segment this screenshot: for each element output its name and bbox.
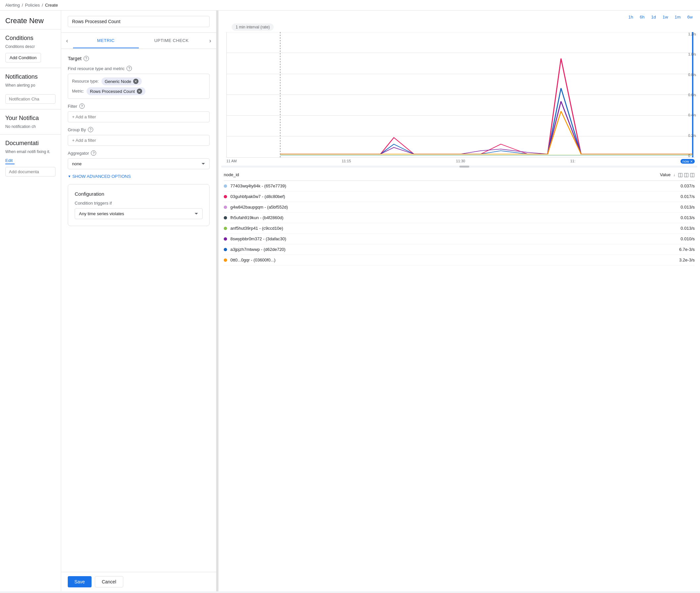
tab-uptime-check[interactable]: UPTIME CHECK — [139, 33, 205, 48]
table-row: 8swypbbr0m372 - (3dafac30) 0.010/s — [224, 234, 695, 244]
resource-metric-box: Resource type: Generic Node ✕ Metric: Ro… — [68, 74, 210, 99]
aggregator-help-icon[interactable]: ? — [91, 150, 96, 156]
resource-type-chip-close[interactable]: ✕ — [133, 79, 138, 84]
cancel-button[interactable]: Cancel — [95, 576, 123, 587]
y-label-6: 0 — [688, 154, 696, 158]
legend-row-value: 3.2e-3/s — [679, 258, 695, 263]
legend-node-id: a3jpjzh7mtwwp - (d62de720) — [230, 247, 286, 252]
time-btn-6w[interactable]: 6w — [685, 14, 695, 20]
your-notifications-section: Your Notifica No notification ch — [0, 109, 61, 134]
legend-node-id: 0tt0...0gqr - (03600f0...) — [230, 258, 276, 263]
breadcrumb-policies[interactable]: Policies — [25, 3, 40, 8]
chart-container — [227, 32, 695, 158]
your-notifications-desc: No notification ch — [5, 124, 55, 129]
legend-row-value: 0.017/s — [681, 194, 695, 199]
left-panel: Create New Conditions Conditions descr A… — [0, 10, 61, 591]
configuration-section: Configuration Condition triggers if Any … — [68, 184, 210, 226]
chart-scrollbar-thumb — [459, 166, 469, 168]
breadcrumb-alerting[interactable]: Alerting — [5, 3, 20, 8]
x-label-11: 11: — [570, 159, 575, 164]
metric-chip: Rows Processed Count ✕ — [87, 87, 146, 95]
legend-row-value: 0.013/s — [681, 205, 695, 209]
time-btn-1d[interactable]: 1d — [649, 14, 658, 20]
metric-row: Metric: Rows Processed Count ✕ — [72, 87, 205, 95]
legend-row-left: 8swypbbr0m372 - (3dafac30) — [224, 236, 286, 241]
find-resource-help-icon[interactable]: ? — [127, 66, 132, 71]
filter-label: Filter ? — [68, 104, 210, 109]
legend-node-id: fh5ufah919kun - (b4f2860d) — [230, 215, 283, 220]
target-help-icon[interactable]: ? — [84, 56, 89, 61]
time-btn-1w[interactable]: 1w — [661, 14, 670, 20]
resource-type-label: Resource type: — [72, 79, 99, 84]
time-btn-6h[interactable]: 6h — [638, 14, 647, 20]
now-close-icon[interactable]: ✕ — [690, 160, 693, 163]
save-button[interactable]: Save — [68, 576, 91, 587]
documentation-edit-link[interactable]: Edit — [5, 158, 55, 163]
metric-label: Metric: — [72, 89, 84, 93]
chart-toolbar: 1h 6h 1d 1w 1m 6w — [218, 10, 700, 24]
documentation-desc: When email notifi fixing it. — [5, 149, 55, 154]
aggregator-label: Aggregator ? — [68, 150, 210, 156]
legend-column-node-id: node_id — [224, 172, 239, 177]
resource-type-chip: Generic Node ✕ — [101, 77, 142, 85]
notifications-desc: When alerting po — [5, 83, 55, 88]
conditions-desc: Conditions descr — [5, 44, 55, 49]
legend-view-icon-1[interactable]: ◫ — [678, 171, 683, 178]
table-row: 03guhbfpak0w7 - (d8c80bef) 0.017/s — [224, 191, 695, 202]
modal-actions: Save Cancel — [61, 572, 216, 591]
legend-header-right: Value ↓ ◫ ◫ ◫ — [660, 171, 695, 178]
show-advanced-button[interactable]: ▼ SHOW ADVANCED OPTIONS — [68, 174, 210, 179]
legend-color-dot — [224, 195, 227, 198]
legend-row-value: 0.013/s — [681, 215, 695, 220]
group-by-label: Group By ? — [68, 127, 210, 132]
conditions-title: Conditions — [5, 35, 55, 42]
legend-row-left: 03guhbfpak0w7 - (d8c80bef) — [224, 194, 285, 199]
legend-color-dot — [224, 248, 227, 251]
conditions-section: Conditions Conditions descr Add Conditio… — [0, 29, 61, 68]
filter-help-icon[interactable]: ? — [79, 104, 85, 109]
table-row: g4w842baupgqm - (a5bf552d) 0.013/s — [224, 202, 695, 212]
add-documentation-input[interactable] — [5, 167, 55, 176]
target-section: Target ? Find resource type and metric ?… — [68, 55, 210, 179]
legend-node-id: g4w842baupgqm - (a5bf552d) — [230, 205, 288, 209]
filter-input[interactable] — [68, 111, 210, 122]
legend-node-id: anf5hut39rp41 - (c9ccd10e) — [230, 226, 283, 231]
x-label-11am: 11 AM — [227, 159, 237, 164]
time-btn-1h[interactable]: 1h — [626, 14, 635, 20]
table-row: anf5hut39rp41 - (c9ccd10e) 0.013/s — [224, 223, 695, 234]
breadcrumb: Alerting / Policies / Create — [0, 0, 700, 10]
tab-metric[interactable]: METRIC — [73, 33, 139, 48]
nav-prev-arrow[interactable]: ‹ — [61, 33, 73, 49]
time-btn-1m[interactable]: 1m — [672, 14, 683, 20]
x-label-1130: 11:30 — [456, 159, 465, 164]
sort-icon[interactable]: ↓ — [673, 172, 675, 177]
legend-node-id: 8swypbbr0m372 - (3dafac30) — [230, 236, 286, 241]
legend-view-icon-2[interactable]: ◫ — [684, 171, 689, 178]
legend-row-left: 0tt0...0gqr - (03600f0...) — [224, 258, 276, 263]
legend-header: node_id Value ↓ ◫ ◫ ◫ — [224, 169, 695, 181]
nav-next-arrow[interactable]: › — [204, 33, 216, 49]
aggregator-select[interactable]: none mean sum min max count — [68, 158, 210, 169]
page-title: Create New — [0, 10, 61, 29]
y-label-1: 1.0/s — [688, 52, 696, 56]
group-by-help-icon[interactable]: ? — [88, 127, 93, 132]
legend-view-icon-3[interactable]: ◫ — [690, 171, 695, 178]
condition-title-input[interactable] — [68, 16, 210, 27]
legend-row-value: 6.7e-3/s — [679, 247, 695, 252]
metric-chip-close[interactable]: ✕ — [137, 89, 142, 94]
chart-scrollbar[interactable] — [221, 166, 697, 168]
notification-channel-input[interactable] — [5, 94, 55, 104]
edit-underline — [5, 164, 14, 164]
group-by-input[interactable] — [68, 135, 210, 146]
condition-triggers-select[interactable]: Any time series violates All time series… — [75, 208, 203, 219]
modal-body: Target ? Find resource type and metric ?… — [61, 49, 216, 572]
add-condition-button[interactable]: Add Condition — [5, 53, 41, 63]
table-row: 77403wq4ty84k - (657e7739) 0.037/s — [224, 181, 695, 191]
condition-triggers-label: Condition triggers if — [75, 201, 203, 206]
x-label-1115: 11:15 — [342, 159, 351, 164]
legend-color-dot — [224, 185, 227, 188]
y-label-4: 0.4/s — [688, 113, 696, 117]
x-axis: 11 AM 11:15 11:30 11: now ✕ — [227, 158, 695, 164]
x-label-now[interactable]: now ✕ — [681, 159, 695, 164]
chart-svg — [227, 32, 695, 157]
